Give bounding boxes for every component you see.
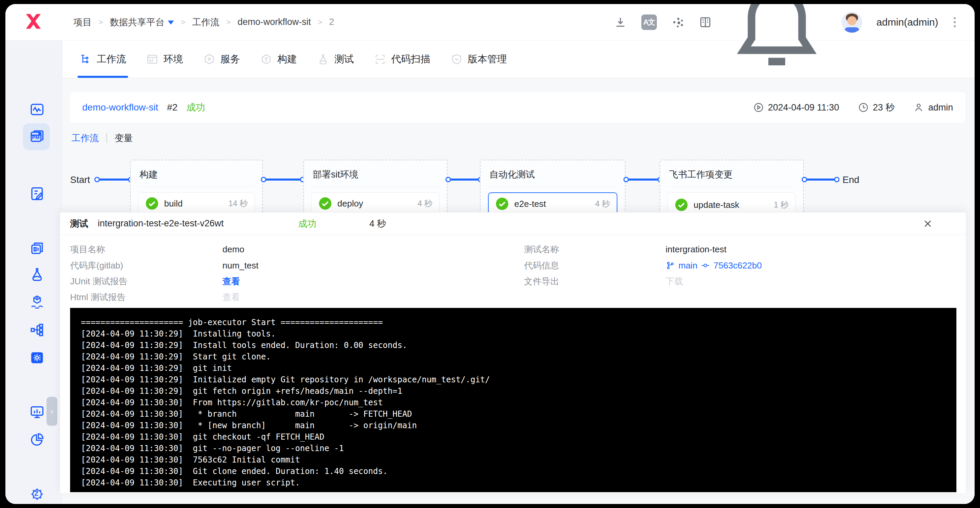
docs-book-icon[interactable] [698, 16, 712, 29]
tab-environment[interactable]: 环境 [146, 40, 183, 78]
module-tabbar: 工作流 环境 服务 构建 [63, 40, 975, 78]
sidebar-item-notes[interactable] [29, 186, 45, 202]
run-workflow-link[interactable]: demo-workflow-sit [82, 102, 158, 113]
log-line: ===================== job-executor Start… [81, 317, 946, 328]
sidebar-item-pipeline-tree[interactable] [29, 322, 45, 338]
html-view-link: 查看 [223, 291, 240, 303]
breadcrumb-workflow[interactable]: 工作流 [192, 16, 220, 28]
tab-build[interactable]: 构建 [260, 40, 297, 78]
environment-icon [146, 53, 158, 65]
log-line: [2024-04-09 11:30:29] git init [81, 362, 946, 374]
log-line: [2024-04-09 11:30:30] * [new branch] mai… [81, 420, 946, 431]
download-link: 下载 [666, 276, 683, 287]
tab-version[interactable]: 版本管理 [450, 40, 507, 78]
sidebar-item-projects-pm[interactable]: PM [29, 129, 45, 144]
field-project-name: 项目名称 demo [70, 242, 244, 256]
breadcrumb-platform[interactable]: 数据共享平台 [110, 16, 174, 28]
panel-header: 测试 intergration-test-e2e-test-v26wt 成功 4… [60, 213, 966, 235]
panel-status: 成功 [298, 217, 317, 230]
job-name: e2e-test [514, 199, 546, 209]
job-duration: 14 秒 [229, 198, 248, 209]
chevron-down-icon[interactable] [168, 21, 174, 25]
download-icon[interactable] [614, 16, 627, 29]
build-icon [260, 53, 272, 65]
view-subtabs: 工作流 变量 [72, 132, 133, 144]
sidebar-item-monitor[interactable] [29, 102, 45, 117]
sidebar-item-monitor-stats[interactable] [29, 404, 45, 420]
user-name[interactable]: admin(admin) [877, 16, 938, 28]
more-menu-icon[interactable] [952, 16, 957, 29]
run-header-card: demo-workflow-sit #2 成功 2024-04-09 11:30 [70, 92, 965, 122]
sidebar-item-settings-box[interactable] [29, 350, 45, 365]
commit-icon [701, 261, 710, 270]
success-check-icon [145, 197, 159, 210]
run-start-time: 2024-04-09 11:30 [753, 102, 839, 113]
tab-workflow[interactable]: 工作流 [80, 40, 126, 78]
job-name: update-task [694, 200, 740, 210]
subtab-variables[interactable]: 变量 [115, 132, 133, 144]
translate-icon[interactable]: A文 [641, 14, 657, 30]
stage-title: 部署sit环境 [304, 160, 447, 181]
breadcrumb: 项目 > 数据共享平台 > 工作流 > demo-workflow-sit > … [73, 4, 334, 40]
commit-link[interactable]: 7563c622b0 [713, 260, 762, 271]
junit-view-link[interactable]: 查看 [223, 276, 240, 287]
field-repo: 代码库(gitlab) num_test [70, 259, 258, 273]
log-line: [2024-04-09 11:30:29] Start git clone. [81, 351, 946, 362]
run-number: #2 [167, 102, 178, 113]
sidebar-item-delivery[interactable] [29, 294, 45, 310]
job-name: build [164, 198, 183, 209]
panel-type-label: 测试 [70, 217, 88, 230]
breadcrumb-separator: > [181, 17, 185, 27]
avatar-shirt [845, 27, 859, 33]
log-line: [2024-04-09 11:30:30] git checkout -qf F… [81, 431, 946, 443]
log-line: [2024-04-09 11:30:30] git --no-pager log… [81, 443, 946, 454]
log-line: [2024-04-09 11:30:29] Installing tools. [81, 328, 946, 340]
user-avatar[interactable] [842, 12, 862, 33]
success-check-icon [318, 197, 332, 210]
subtab-workflow[interactable]: 工作流 [72, 132, 99, 144]
log-line: [2024-04-09 11:30:29] git fetch origin +… [81, 386, 946, 397]
job-log-terminal[interactable]: ===================== job-executor Start… [70, 308, 956, 492]
sidebar-collapse-handle[interactable]: › [46, 397, 57, 426]
share-network-icon[interactable] [671, 16, 684, 29]
pipeline-connector [265, 179, 301, 181]
version-shield-icon [450, 53, 463, 65]
breadcrumb-separator: > [318, 17, 323, 27]
pipeline-connector [99, 179, 129, 181]
pipeline-connector [806, 179, 835, 181]
app-logo-icon[interactable] [25, 13, 42, 30]
tab-services[interactable]: 服务 [203, 40, 240, 78]
stage-title: 飞书工作项变更 [660, 160, 803, 181]
breadcrumb-project[interactable]: 项目 [73, 16, 92, 28]
tab-code-scan[interactable]: 代码扫描 [374, 40, 430, 78]
field-test-name: 测试名称 intergration-test [524, 242, 727, 256]
pm-label: PM [32, 134, 40, 140]
field-code-info: 代码信息 main 7563c622b0 [524, 259, 762, 273]
sidebar-item-gear-settings[interactable]: Z [29, 486, 45, 502]
breadcrumb-run-number: 2 [329, 17, 334, 27]
job-detail-panel: 测试 intergration-test-e2e-test-v26wt 成功 4… [60, 212, 966, 493]
git-branch-icon [666, 261, 675, 270]
notifications-bell[interactable]: 2 [726, 4, 827, 73]
close-icon[interactable] [922, 218, 934, 229]
services-icon [203, 53, 215, 65]
tab-test[interactable]: 测试 [317, 40, 354, 78]
log-line: [2024-04-09 11:30:29] Install tools ende… [81, 340, 946, 351]
topbar-actions: A文 2 admin(admin) [614, 4, 957, 40]
breadcrumb-separator: > [99, 17, 103, 27]
log-line: [2024-04-09 11:30:29] Initialized empty … [81, 374, 946, 386]
sidebar-item-pie-chart[interactable] [29, 432, 45, 448]
branch-link[interactable]: main [678, 260, 697, 271]
run-duration: 23 秒 [858, 102, 895, 114]
tab-code-scan-label: 代码扫描 [391, 52, 430, 66]
bell-icon[interactable] [726, 67, 827, 73]
code-scan-icon [374, 53, 386, 65]
panel-duration: 4 秒 [369, 217, 386, 230]
sidebar-item-reports[interactable] [29, 241, 45, 256]
avatar-face [847, 16, 857, 25]
sidebar-item-test-flask[interactable] [29, 267, 45, 282]
breadcrumb-workflow-name[interactable]: demo-workflow-sit [238, 17, 311, 27]
success-check-icon [675, 198, 688, 211]
log-line: [2024-04-09 11:30:30] 7563c62 Initial co… [81, 454, 946, 465]
play-circle-icon [753, 102, 764, 113]
